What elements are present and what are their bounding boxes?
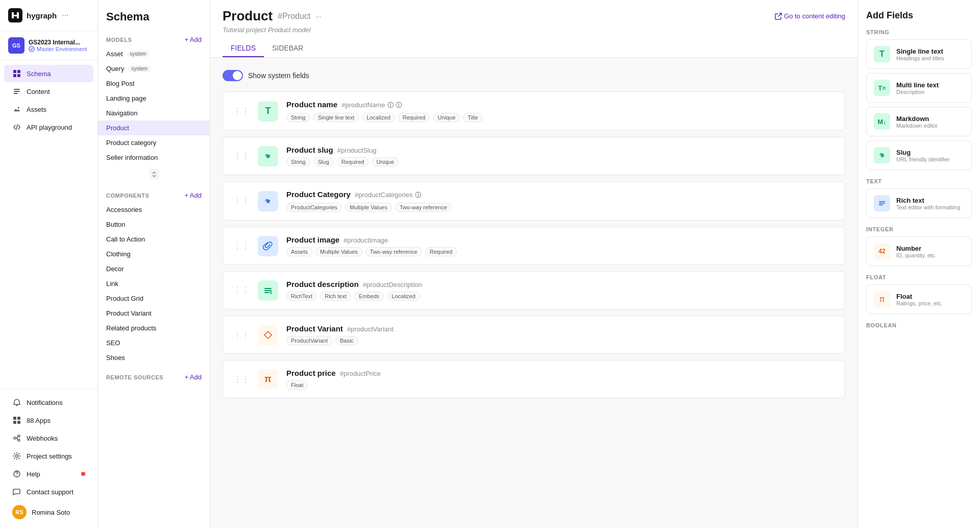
model-item-seller-information[interactable]: Seller information xyxy=(98,150,210,165)
component-item-related-products[interactable]: Related products xyxy=(98,321,210,335)
user-profile[interactable]: RS Romina Soto xyxy=(4,501,93,523)
model-item-product[interactable]: Product xyxy=(98,121,210,135)
show-system-label: Show system fields xyxy=(248,71,309,80)
component-item-accessories[interactable]: Accessories xyxy=(98,202,210,217)
content-icon xyxy=(12,87,21,96)
field-icon xyxy=(258,325,278,345)
models-section-label: MODELS xyxy=(106,37,132,43)
nav-bottom: Notifications 88 Apps Webhooks Project s… xyxy=(0,389,97,528)
external-link-icon xyxy=(775,13,782,20)
contact-support-label: Contact support xyxy=(27,488,74,496)
sidebar-item-api[interactable]: API playground xyxy=(4,118,93,136)
svg-rect-22 xyxy=(264,292,270,293)
svg-point-16 xyxy=(18,439,20,441)
component-item-product-variant[interactable]: Product Variant xyxy=(98,306,210,321)
tabs: FIELDS SIDEBAR xyxy=(223,40,845,57)
ft-icon: T≡ xyxy=(874,80,890,96)
drag-handle[interactable]: ⋮⋮ xyxy=(233,241,250,251)
model-item-landing-page[interactable]: Landing page xyxy=(98,91,210,106)
components-add-button[interactable]: + Add xyxy=(184,191,202,199)
environment-section[interactable]: GS GS2023 Internal... Master Environment xyxy=(0,31,97,60)
sidebar-item-apps[interactable]: 88 Apps xyxy=(4,412,93,429)
field-card[interactable]: ⋮⋮ π Product price #productPrice Float xyxy=(223,360,845,398)
drag-handle[interactable]: ⋮⋮ xyxy=(233,330,250,340)
webhooks-label: Webhooks xyxy=(27,435,58,442)
svg-rect-2 xyxy=(13,70,16,73)
field-type-card-single-line-text[interactable]: T Single line text Headings and titles xyxy=(866,39,972,69)
go-to-content-button[interactable]: Go to content editing xyxy=(775,12,845,20)
sidebar-item-help[interactable]: Help xyxy=(4,465,93,483)
sidebar-item-project-settings[interactable]: Project settings xyxy=(4,447,93,465)
svg-rect-4 xyxy=(13,74,16,77)
component-item-product-grid[interactable]: Product Grid xyxy=(98,291,210,306)
sidebar-item-webhooks[interactable]: Webhooks xyxy=(4,429,93,447)
sidebar-item-contact-support[interactable]: Contact support xyxy=(4,483,93,500)
page-title-row: Product #Product ··· xyxy=(223,8,322,24)
field-icon xyxy=(258,236,278,256)
env-avatar: GS xyxy=(8,37,24,54)
field-tag: Localized xyxy=(362,113,395,122)
ft-name: Slug xyxy=(896,149,950,156)
sidebar-item-assets[interactable]: Assets xyxy=(4,101,93,118)
field-card[interactable]: ⋮⋮ Product description #productDescripti… xyxy=(223,271,845,309)
model-item-product-category[interactable]: Product category xyxy=(98,135,210,150)
field-card[interactable]: ⋮⋮ Product image #productImage AssetsMul… xyxy=(223,227,845,265)
ft-desc: Text editor with formatting xyxy=(896,204,960,210)
component-item-clothing[interactable]: Clothing xyxy=(98,247,210,261)
drag-handle[interactable]: ⋮⋮ xyxy=(233,106,250,116)
models-add-button[interactable]: + Add xyxy=(184,36,202,43)
component-item-seo[interactable]: SEO xyxy=(98,335,210,350)
model-name: Product category xyxy=(106,139,156,147)
ft-desc: Headings and titles xyxy=(896,55,944,61)
model-item-asset[interactable]: Assetsystem xyxy=(98,46,210,61)
field-tag: Unique xyxy=(372,157,399,166)
sidebar-item-content[interactable]: Content xyxy=(4,83,93,100)
component-name: SEO xyxy=(106,339,120,347)
component-item-shoes[interactable]: Shoes xyxy=(98,350,210,365)
env-info: GS2023 Internal... Master Environment xyxy=(29,39,89,52)
api-icon xyxy=(12,123,21,132)
sidebar-item-notifications[interactable]: Notifications xyxy=(4,394,93,411)
tab-fields[interactable]: FIELDS xyxy=(223,40,264,57)
fields-area: Show system fields ⋮⋮ T Product name #pr… xyxy=(210,58,857,528)
drag-handle[interactable]: ⋮⋮ xyxy=(233,151,250,161)
page-options-button[interactable]: ··· xyxy=(315,12,322,20)
collapse-button[interactable] xyxy=(149,169,159,179)
go-to-content-label: Go to content editing xyxy=(784,12,845,20)
model-item-query[interactable]: Querysystem xyxy=(98,61,210,76)
field-card[interactable]: ⋮⋮ Product Variant #productVariant Produ… xyxy=(223,316,845,354)
field-type-card-float[interactable]: π Float Ratings, price, etc. xyxy=(866,284,972,314)
field-type-card-rich-text[interactable]: Rich text Text editor with formatting xyxy=(866,188,972,218)
field-card[interactable]: ⋮⋮ Product Category #productCategories ⓘ… xyxy=(223,181,845,221)
svg-rect-8 xyxy=(14,93,18,94)
drag-handle[interactable]: ⋮⋮ xyxy=(233,196,250,206)
field-tag: ProductVariant xyxy=(286,336,332,345)
field-tag: ProductCategories xyxy=(286,203,342,212)
field-card[interactable]: ⋮⋮ Product slug #productSlug StringSlugR… xyxy=(223,137,845,175)
component-item-decor[interactable]: Decor xyxy=(98,261,210,276)
field-type-card-markdown[interactable]: M↓ Markdown Markdown editor xyxy=(866,107,972,136)
component-item-link[interactable]: Link xyxy=(98,276,210,291)
schema-icon xyxy=(12,69,21,78)
field-type-card-multi-line-text[interactable]: T≡ Multi line text Description xyxy=(866,73,972,103)
field-type-card-number[interactable]: 42 Number ID, quantity, etc. xyxy=(866,236,972,266)
sidebar-item-schema[interactable]: Schema xyxy=(4,65,93,82)
show-system-toggle[interactable] xyxy=(223,70,243,81)
model-item-blog-post[interactable]: Blog Post xyxy=(98,76,210,91)
field-card[interactable]: ⋮⋮ T Product name #productName ⓘ ⓘ Strin… xyxy=(223,91,845,131)
component-item-call-to-action[interactable]: Call to Action xyxy=(98,232,210,247)
remote-add-button[interactable]: + Add xyxy=(184,373,202,381)
logo-dots[interactable]: ··· xyxy=(62,11,68,20)
drag-handle[interactable]: ⋮⋮ xyxy=(233,374,250,384)
field-tag: Slug xyxy=(313,157,334,166)
field-type-card-slug[interactable]: Slug URL friendly identifier xyxy=(866,140,972,170)
tab-sidebar[interactable]: SIDEBAR xyxy=(264,40,311,57)
field-tag: Required xyxy=(425,247,457,256)
field-tags: StringSlugRequiredUnique xyxy=(286,157,835,166)
left-nav: hygraph ··· GS GS2023 Internal... Master… xyxy=(0,0,98,528)
nav-items: Schema Content Assets API playground xyxy=(0,60,97,389)
drag-handle[interactable]: ⋮⋮ xyxy=(233,285,250,295)
model-item-navigation[interactable]: Navigation xyxy=(98,106,210,121)
field-id: #productImage xyxy=(344,236,388,244)
component-item-button[interactable]: Button xyxy=(98,217,210,232)
